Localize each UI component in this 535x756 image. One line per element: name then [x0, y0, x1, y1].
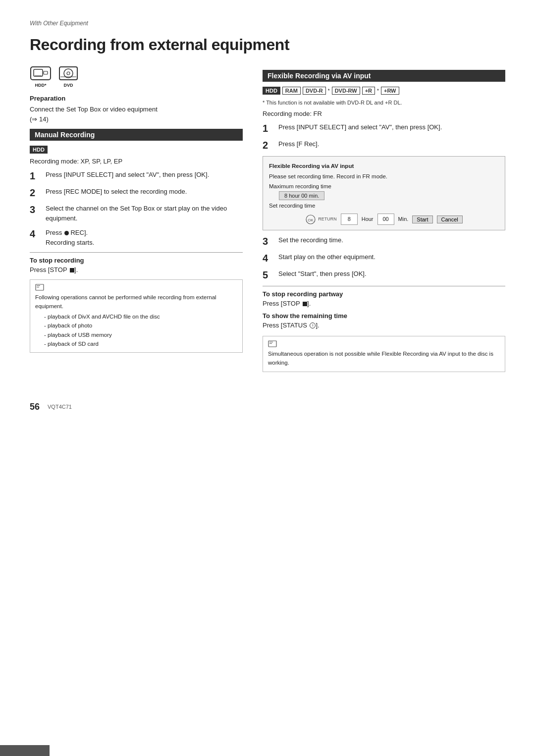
svg-rect-9 — [37, 285, 40, 286]
svg-rect-2 — [44, 71, 48, 74]
step-item: 1 Press [INPUT SELECT] and select "AV", … — [30, 170, 243, 182]
left-column: HDD* DVD Preparation Connect the Set Top… — [30, 65, 243, 353]
badge-rwplus: +RW — [381, 87, 399, 95]
preparation-text: Connect the Set Top Box or video equipme… — [30, 105, 243, 124]
note-sub-2: - playback of photo — [44, 321, 237, 330]
dialog-cancel-button[interactable]: Cancel — [437, 216, 463, 223]
badge-rplus: +R — [362, 87, 375, 95]
svg-text:OK: OK — [308, 218, 314, 222]
badge-ram: RAM — [282, 87, 301, 95]
section-header: With Other Equipment — [30, 20, 505, 27]
manual-recording-section: Manual Recording — [30, 129, 243, 141]
page-code: VQT4C71 — [48, 404, 72, 410]
svg-rect-1 — [34, 69, 43, 76]
dialog-controls: OK RETURN 8 Hour 00 Min. Start Cancel — [269, 214, 499, 225]
device-icons: HDD* DVD — [30, 65, 243, 88]
note-main-text: Following operations cannot be performed… — [35, 293, 237, 311]
hdd-badge: HDD — [30, 146, 48, 154]
step-item: 1 Press [INPUT SELECT] and select "AV", … — [263, 122, 505, 134]
status-circle-icon: i — [310, 323, 316, 328]
remaining-time-section: To show the remaining time Press [STATUS… — [263, 312, 505, 329]
asterisk-note: * This function is not available with DV… — [263, 99, 505, 107]
to-stop-partway-section: To stop recording partway Press [STOP ]. — [263, 286, 505, 307]
stop-icon-right — [303, 302, 307, 306]
step-item: 3 Set the recording time. — [263, 235, 505, 247]
recording-mode-right: Recording mode: FR — [263, 110, 505, 117]
dvd-device-icon: DVD — [58, 65, 78, 88]
media-badges: HDD RAM DVD-R* DVD-RW +R* +RW — [263, 87, 505, 95]
note-sub-4: - playback of SD card — [44, 339, 237, 348]
note-icon-right — [268, 340, 500, 347]
hdd-device-icon: HDD* — [30, 65, 52, 88]
step-item: 4 Start play on the other equipment. — [263, 252, 505, 264]
flexible-recording-steps: 1 Press [INPUT SELECT] and select "AV", … — [263, 122, 505, 151]
note-right-text: Simultaneous operation is not possible w… — [268, 349, 500, 368]
dialog-subtitle: Please set recording time. Record in FR … — [269, 172, 499, 182]
recording-mode-left: Recording mode: XP, SP, LP, EP — [30, 158, 243, 165]
to-stop-text: Press [STOP ]. — [30, 266, 243, 273]
badge-dvdrw: DVD-RW — [332, 87, 360, 95]
to-stop-partway-text: Press [STOP ]. — [263, 300, 505, 307]
svg-rect-14 — [269, 342, 273, 342]
hdd-badge-row: HDD — [30, 146, 243, 154]
preparation-label: Preparation — [30, 95, 243, 102]
page-footer: 56 VQT4C71 — [30, 397, 505, 412]
flexible-recording-dialog: Flexible Recording via AV input Please s… — [263, 156, 505, 230]
note-box-left: Following operations cannot be performed… — [30, 279, 243, 353]
content-columns: HDD* DVD Preparation Connect the Set Top… — [30, 65, 505, 372]
dialog-hour-label: Hour — [362, 215, 374, 224]
dialog-set-label: Set recording time — [269, 201, 499, 211]
stop-icon — [70, 268, 74, 272]
step-item: 5 Select "Start", then press [OK]. — [263, 269, 505, 281]
step-item: 2 Press [REC MODE] to select the recordi… — [30, 187, 243, 199]
page-number: 56 — [30, 402, 40, 412]
dialog-hour-input[interactable]: 8 — [341, 214, 358, 225]
svg-point-6 — [67, 72, 70, 75]
svg-rect-10 — [37, 287, 39, 287]
flexible-recording-section: Flexible Recording via AV input — [263, 70, 505, 82]
note-icon — [35, 284, 237, 291]
note-sub-3: - playback of USB memory — [44, 330, 237, 339]
badge-hdd: HDD — [263, 87, 280, 95]
footer-bar-decoration — [0, 745, 50, 756]
step-item: 2 Press [F Rec]. — [263, 139, 505, 151]
dialog-min-input[interactable]: 00 — [377, 214, 394, 225]
step-item: 3 Select the channel on the Set Top Box … — [30, 204, 243, 223]
remaining-time-text: Press [STATUS i]. — [263, 322, 505, 329]
flexible-recording-steps-2: 3 Set the recording time. 4 Start play o… — [263, 235, 505, 281]
svg-rect-15 — [269, 343, 272, 344]
page-container: With Other Equipment Recording from exte… — [30, 20, 505, 412]
dialog-max-value: 8 hour 00 min. — [279, 191, 324, 200]
step-item: 4 Press REC]. Recording starts. — [30, 228, 243, 247]
manual-recording-steps: 1 Press [INPUT SELECT] and select "AV", … — [30, 170, 243, 247]
dialog-start-button[interactable]: Start — [412, 216, 432, 223]
dialog-ok-icon-area: OK RETURN — [305, 214, 337, 225]
note-box-right: Simultaneous operation is not possible w… — [263, 336, 505, 372]
page-title: Recording from external equipment — [30, 36, 505, 54]
svg-point-5 — [64, 69, 73, 78]
dialog-title: Flexible Recording via AV input — [269, 162, 499, 171]
dialog-max-label: Maximum recording time — [269, 182, 499, 192]
right-column: Flexible Recording via AV input HDD RAM … — [263, 65, 505, 372]
dialog-min-label: Min. — [398, 215, 409, 224]
badge-dvdr: DVD-R — [303, 87, 326, 95]
to-stop-section: To stop recording Press [STOP ]. — [30, 252, 243, 273]
note-sub-1: - playback of DivX and AVCHD file on the… — [44, 312, 237, 321]
record-icon — [64, 229, 69, 236]
